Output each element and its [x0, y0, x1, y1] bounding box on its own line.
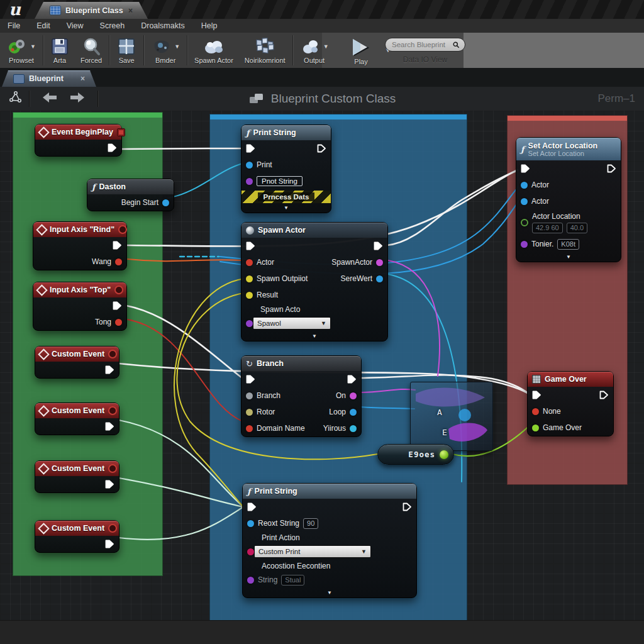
exec-pin-filled[interactable]: [105, 365, 114, 374]
node-header[interactable]: ƒ Set Actor LocationSet Actor Location: [516, 138, 621, 160]
exec-pin-hollow[interactable]: [317, 144, 326, 153]
branch-node[interactable]: ↻ Branch BranchOnRotorLoopDomain NameYii…: [241, 355, 362, 437]
pill-node[interactable]: E9oes: [377, 444, 454, 465]
blue-data-pin[interactable]: [350, 409, 357, 416]
exec-pin-filled[interactable]: [105, 480, 114, 489]
magenta-data-pin[interactable]: [376, 259, 383, 266]
node-header[interactable]: Spawn Actor: [242, 223, 387, 238]
node-header[interactable]: ↻ Branch: [242, 356, 361, 371]
exec-pin-filled[interactable]: [113, 301, 122, 310]
exec-pin-filled[interactable]: [246, 144, 255, 153]
node-header[interactable]: Custom Event: [35, 403, 119, 418]
doc-tab-close-icon[interactable]: ×: [80, 74, 85, 83]
exec-pin-hollow[interactable]: [607, 164, 616, 173]
menu-item-droalsmakts[interactable]: Droalsmakts: [141, 21, 184, 30]
exec-pin-filled[interactable]: [521, 164, 530, 173]
forward-arrow-button[interactable]: [69, 91, 86, 106]
menu-item-file[interactable]: File: [8, 21, 20, 30]
tab-close-icon[interactable]: ×: [128, 6, 133, 15]
red-data-pin[interactable]: [115, 319, 122, 326]
node-header[interactable]: Event BeginPlay: [35, 125, 121, 140]
blue-data-pin[interactable]: [521, 182, 528, 189]
purple-data-pin[interactable]: [246, 320, 253, 327]
delegate-pin[interactable]: [114, 286, 123, 294]
menu-item-help[interactable]: Help: [201, 21, 218, 30]
delegate-pin[interactable]: [108, 350, 117, 358]
delegate-pin[interactable]: [108, 406, 117, 415]
lime-data-pin[interactable]: [532, 425, 539, 431]
back-arrow-button[interactable]: [41, 91, 58, 106]
collapse-arrow[interactable]: ▼: [242, 203, 331, 213]
exec-pin-hollow[interactable]: [402, 502, 412, 511]
exec-pin-hollow[interactable]: [599, 391, 609, 399]
node-header[interactable]: Custom Event: [35, 461, 119, 476]
pink-data-pin[interactable]: [247, 548, 254, 555]
spawn-actor-node[interactable]: Spawn Actor ActorSpawnActorSpawn Outpiio…: [241, 222, 388, 341]
dropdown-select[interactable]: Custom Print▼: [254, 545, 371, 558]
exec-pin-filled[interactable]: [105, 540, 114, 548]
exec-pin-filled[interactable]: [532, 391, 541, 399]
purple-data-pin[interactable]: [246, 178, 253, 185]
node-header[interactable]: Custom Event: [35, 521, 119, 536]
exec-pin-filled[interactable]: [247, 502, 257, 511]
yellow-data-pin[interactable]: [246, 275, 253, 282]
blueprint-graph-canvas[interactable]: A E E9oes Event BeginPlay ƒ Daston Begin…: [0, 111, 644, 644]
red-data-pin[interactable]: [246, 259, 253, 266]
delegate-pin[interactable]: [108, 464, 117, 473]
custom-event-2-node[interactable]: Custom Event: [35, 402, 119, 435]
search-box[interactable]: [385, 38, 465, 52]
bmder-button[interactable]: ▼Bmder: [145, 33, 186, 68]
custom-event-4-node[interactable]: Custom Event: [35, 520, 119, 553]
purple-data-pin[interactable]: [247, 577, 254, 584]
khaki-data-pin[interactable]: [246, 409, 253, 416]
collapse-arrow[interactable]: ▼: [243, 588, 416, 597]
value-box[interactable]: Stual: [281, 575, 304, 586]
text-input-box[interactable]: Pnot String: [257, 176, 303, 186]
spawn-actor-button[interactable]: Spawn Actor: [189, 33, 239, 68]
node-header[interactable]: ƒ Daston: [87, 179, 174, 194]
value-box[interactable]: 90: [303, 518, 318, 529]
value-box[interactable]: 42.9 60: [532, 223, 563, 233]
noirikomriont-button[interactable]: Noirikomriont: [239, 33, 291, 68]
node-header[interactable]: ƒ Print String: [243, 484, 416, 499]
play-button[interactable]: Play: [345, 34, 377, 69]
value-box[interactable]: K08t: [557, 239, 579, 250]
menu-item-edit[interactable]: Edit: [36, 21, 50, 30]
delegate-pin[interactable]: [108, 524, 117, 533]
print-string-2-node[interactable]: ƒ Print String Reoxt String90Print Actio…: [242, 483, 417, 598]
collapse-arrow[interactable]: ▼: [242, 331, 387, 341]
value-box[interactable]: 40.0: [567, 223, 587, 233]
doc-tab-blueprint[interactable]: Blueprint ×: [2, 70, 96, 87]
blue-data-pin[interactable]: [521, 198, 528, 205]
node-header[interactable]: Custom Event: [35, 347, 119, 362]
node-header[interactable]: Input Axis "Top": [33, 282, 126, 297]
pill-output-pin[interactable]: [440, 450, 448, 459]
blue-data-pin[interactable]: [246, 162, 253, 169]
menu-item-view[interactable]: View: [67, 21, 84, 30]
purple-data-pin[interactable]: [521, 241, 528, 248]
red-data-pin[interactable]: [246, 425, 253, 432]
comment-title-strip[interactable]: [508, 116, 627, 121]
comment-title-strip[interactable]: [13, 113, 162, 118]
exec-pin-filled[interactable]: [108, 143, 117, 152]
exec-pin-filled[interactable]: [246, 242, 255, 250]
exec-pin-filled[interactable]: [374, 242, 383, 250]
blue-data-pin[interactable]: [376, 275, 383, 282]
exec-pin-filled[interactable]: [105, 422, 114, 431]
forced-button[interactable]: Forced: [75, 33, 108, 68]
menu-item-screeh[interactable]: Screeh: [100, 21, 125, 30]
game-over-node[interactable]: Game Over NoneGame Over: [527, 371, 614, 436]
set-actor-location-node[interactable]: ƒ Set Actor LocationSet Actor Location A…: [516, 137, 621, 262]
window-tab-blueprint-class[interactable]: Blueprint Class ×: [35, 2, 148, 19]
blue-data-pin[interactable]: [162, 199, 169, 206]
event-beginplay-node[interactable]: Event BeginPlay: [35, 124, 122, 157]
magenta-data-pin[interactable]: [350, 392, 357, 399]
input-axis-top-node[interactable]: Input Axis "Top" Tong: [33, 282, 127, 331]
exec-pin-filled[interactable]: [113, 241, 122, 250]
custom-event-1-node[interactable]: Custom Event: [35, 346, 119, 379]
node-header[interactable]: Input Axis "Rind": [33, 222, 126, 237]
gray-data-pin[interactable]: [246, 392, 253, 399]
search-input[interactable]: [391, 40, 450, 49]
collapse-arrow[interactable]: ▼: [516, 252, 621, 262]
cyan-data-pin[interactable]: [350, 425, 357, 432]
